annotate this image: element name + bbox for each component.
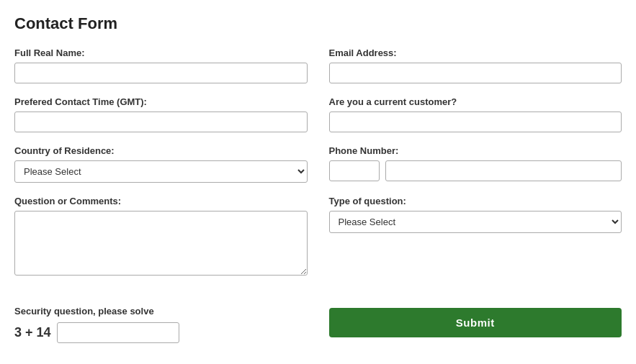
current-customer-group: Are you a current customer?: [329, 96, 622, 132]
full-name-input[interactable]: [14, 63, 308, 83]
question-type-group: Type of question: Please Select: [329, 196, 622, 278]
country-label: Country of Residence:: [14, 145, 308, 156]
email-label: Email Address:: [329, 47, 622, 58]
submit-button[interactable]: Submit: [329, 308, 622, 337]
phone-code-input[interactable]: [329, 160, 380, 181]
full-name-group: Full Real Name:: [14, 47, 308, 83]
security-label: Security question, please solve: [14, 306, 308, 317]
current-customer-input[interactable]: [329, 112, 622, 132]
security-section: Security question, please solve 3 + 14: [14, 306, 308, 343]
contact-time-label: Prefered Contact Time (GMT):: [14, 96, 308, 107]
email-group: Email Address:: [329, 47, 622, 83]
country-select[interactable]: Please Select: [14, 160, 308, 183]
email-input[interactable]: [329, 63, 622, 83]
phone-group: Phone Number:: [329, 145, 622, 183]
submit-group: Submit: [329, 308, 622, 337]
question-group: Question or Comments:: [14, 196, 308, 278]
question-type-label: Type of question:: [329, 196, 622, 206]
contact-time-group: Prefered Contact Time (GMT):: [14, 96, 308, 132]
security-math: 3 + 14: [14, 325, 51, 340]
country-group: Country of Residence: Please Select: [14, 145, 308, 183]
phone-inputs: [329, 160, 622, 181]
phone-number-input[interactable]: [385, 160, 622, 181]
full-name-label: Full Real Name:: [14, 47, 308, 58]
page-title: Contact Form: [14, 14, 622, 33]
current-customer-label: Are you a current customer?: [329, 96, 622, 107]
phone-label: Phone Number:: [329, 145, 622, 156]
question-label: Question or Comments:: [14, 196, 308, 206]
question-type-select[interactable]: Please Select: [329, 211, 622, 233]
contact-time-input[interactable]: [14, 112, 308, 132]
question-textarea[interactable]: [14, 211, 308, 276]
security-answer-input[interactable]: [57, 322, 179, 343]
security-row: 3 + 14: [14, 322, 308, 343]
